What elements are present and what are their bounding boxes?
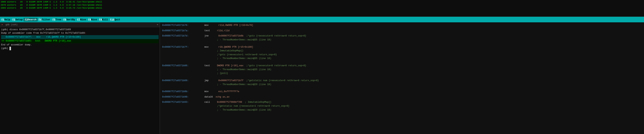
menu-item-nice-minus[interactable]: F8Nice	[87, 18, 98, 21]
asm-comment: ; ImmutableOopMap{}	[244, 100, 272, 104]
asm-operands: 0x00007f27a0371b8b	[214, 34, 244, 38]
asm-line-b89: 0x00007f27a0371b89: jmp 0x00007f27a0371b…	[162, 79, 642, 83]
menu-item-filter[interactable]: F4Filter	[38, 18, 51, 21]
gdb-line-5: End of assembler dump.	[1, 43, 158, 47]
menu-bar: F1Help F2Setup F3Search F4Filter F5Tree …	[0, 17, 644, 22]
gdb-line-3: 0x00007f27a0371b7f: mov r10,QWORD PTR [r…	[1, 35, 158, 39]
menu-item-help[interactable]: F1Help	[0, 18, 11, 21]
asm-operands: r11d,DWORD PTR [r10+0x70]	[214, 24, 253, 27]
asm-block-b86: 0x00007f27a0371b86: test DWORD PTR [r10]…	[162, 64, 642, 75]
line-ref: line 18	[260, 57, 270, 60]
asm-indent-poll: ; {poll}	[162, 71, 642, 75]
asm-comment: ;*getstatic num {reexecute=0 rethrow=0 r…	[245, 79, 319, 83]
asm-block-b93: 0x00007f27a0371b93: call 0x00007f27988bf…	[162, 100, 642, 112]
asm-line-b7f: 0x00007f27a0371b7f: mov r10,QWORD PTR [r…	[162, 45, 642, 49]
line-ref: line 18	[260, 83, 270, 86]
asm-operands: xchg ax,ax	[214, 95, 230, 99]
asm-mnemonic: call	[203, 100, 214, 104]
asm-indent: ; - ThreadNumberDemo::main@35 (line 18)	[162, 38, 642, 42]
proc-line-1: 2000 winters 20 0 6328M 387M 146M S 1.3 …	[1, 0, 643, 4]
gdb-line-6: (gdb)	[1, 47, 158, 50]
asm-operands: 0x00007f27a0371b7f	[214, 79, 244, 83]
asm-mnemonic: mov	[203, 24, 214, 27]
asm-block-b76: 0x00007f27a0371b76: mov r11d,DWORD PTR […	[162, 24, 642, 27]
process-list: 2000 winters 20 0 6328M 387M 146M S 1.3 …	[0, 0, 644, 17]
menu-item-search[interactable]: F3Search	[24, 18, 37, 21]
spacer	[162, 77, 642, 79]
asm-addr: 0x00007f27a0371b76:	[162, 24, 203, 27]
menu-item-kill[interactable]: F9Kill	[98, 18, 109, 21]
asm-line-b7a: 0x00007f27a0371b7a: test r11d,r11d	[162, 29, 642, 33]
asm-addr: 0x00007f27a0371b7d:	[162, 34, 203, 38]
asm-addr: 0x00007f27a0371b93:	[162, 100, 203, 104]
spacer	[162, 88, 642, 90]
asm-indent-thread3: ; - ThreadNumberDemo::main@29 (line 18)	[162, 83, 642, 87]
asm-mnemonic: test	[203, 64, 214, 68]
close-icon[interactable]: ✕	[2, 24, 3, 26]
asm-indent-thread4: ; - ThreadNumberDemo::main@29 (line 18)	[162, 108, 642, 112]
asm-indent-goto: ;*goto {reexecute=1 rethrow=0 return_oop…	[162, 53, 642, 57]
line-ref: line 18	[260, 109, 270, 111]
asm-mnemonic: jne	[203, 34, 214, 38]
gdb-title-text: gdb (ssh)	[6, 24, 18, 26]
gdb-line-1: (gdb) disass 0x00007f27a0371b7f,0x00007f…	[1, 28, 158, 32]
asm-comment: ;*goto {reexecute=0 rethrow=0 return_oop…	[245, 34, 306, 38]
asm-mnemonic: mov	[203, 90, 214, 94]
proc-line-2: 2070 winters 20 0 6328M 387M 146M S 1.3 …	[1, 4, 643, 7]
asm-mnemonic: mov	[203, 45, 214, 49]
asm-line-b76: 0x00007f27a0371b76: mov r11d,DWORD PTR […	[162, 24, 642, 27]
asm-block-b7f: 0x00007f27a0371b7f: mov r10,QWORD PTR [r…	[162, 45, 642, 61]
asm-line-b8b: 0x00007f27a0371b8b: mov esi,0xfffffff7e	[162, 90, 642, 94]
asm-line-b7d: 0x00007f27a0371b7d: jne 0x00007f27a0371b…	[162, 34, 642, 38]
gdb-line-4: => 0x00007f27a0371b85: test DWORD PTR [r…	[1, 39, 158, 43]
gdb-title-bar: ✕ gdb (ssh) ⊙	[0, 22, 160, 27]
asm-addr: 0x00007f27a0371b89:	[162, 79, 203, 83]
asm-block-b89: 0x00007f27a0371b89: jmp 0x00007f27a0371b…	[162, 79, 642, 86]
asm-operands: r11d,r11d	[214, 29, 230, 33]
asm-block-b7a: 0x00007f27a0371b7a: test r11d,r11d	[162, 29, 642, 33]
asm-line-b93: 0x00007f27a0371b93: call 0x00007f27988bf…	[162, 100, 642, 104]
menu-item-setup[interactable]: F2Setup	[11, 18, 24, 21]
gdb-panel: ✕ gdb (ssh) ⊙ (gdb) disass 0x00007f27a03…	[0, 22, 160, 134]
asm-block-b8b: 0x00007f27a0371b8b: mov esi,0xfffffff7e	[162, 90, 642, 94]
asm-addr: 0x00007f27a0371b7a:	[162, 29, 203, 33]
asm-operands: DWORD PTR [r10],eax	[214, 64, 244, 68]
asm-addr: 0x00007f27a0371b90:	[162, 95, 203, 99]
spacer	[162, 62, 642, 64]
menu-item-sortby[interactable]: F6SortBy	[62, 18, 76, 21]
spacer	[162, 43, 642, 45]
proc-line-3: 2065 winters 20 0 6328M 387M 146M S 1.3 …	[1, 7, 643, 10]
main-content: ✕ gdb (ssh) ⊙ (gdb) disass 0x00007f27a03…	[0, 22, 644, 134]
asm-addr: 0x00007f27a0371b7f:	[162, 45, 203, 49]
asm-comment: ;*goto {reexecute=0 rethrow=0 return_oop…	[245, 64, 306, 68]
asm-mnemonic: jmp	[203, 79, 214, 83]
asm-indent-thread2: ; - ThreadNumberDemo::main@35 (line 18)	[162, 68, 642, 72]
asm-addr: 0x00007f27a0371b86:	[162, 64, 203, 68]
gdb-close-button[interactable]: ⊙	[157, 23, 158, 26]
asm-indent-immutable: ; ImmutableOopMap{}	[162, 49, 642, 53]
asm-mnemonic: data16	[203, 95, 214, 99]
gdb-output: (gdb) disass 0x00007f27a0371b7f,0x00007f…	[0, 27, 160, 134]
asm-block-b90: 0x00007f27a0371b90: data16 xchg ax,ax	[162, 95, 642, 99]
asm-addr: 0x00007f27a0371b8b:	[162, 90, 203, 94]
asm-block-b7d: 0x00007f27a0371b7d: jne 0x00007f27a0371b…	[162, 34, 642, 42]
asm-line-b86: 0x00007f27a0371b86: test DWORD PTR [r10]…	[162, 64, 642, 68]
asm-operands: esi,0xfffffff7e	[214, 90, 239, 94]
asm-indent-thread: ; - ThreadNumberDemo::main@35 (line 18)	[162, 57, 642, 60]
asm-mnemonic: test	[203, 29, 214, 33]
asm-operands: 0x00007f27988bf700	[214, 100, 242, 104]
gdb-line-2: Dump of assembler code from 0x7f27a0371b…	[1, 32, 158, 35]
line-ref: line 18	[260, 39, 270, 41]
disassembly-panel[interactable]: 0x00007f27a0371b76: mov r11d,DWORD PTR […	[160, 22, 644, 134]
line-ref: line 18	[260, 68, 270, 71]
menu-item-tree[interactable]: F5Tree	[51, 18, 62, 21]
menu-item-nice-plus[interactable]: F7Nice	[76, 18, 87, 21]
gdb-title: ✕ gdb (ssh)	[2, 23, 18, 26]
asm-indent-getstatic: ;*getstatic num {reexecute=1 rethrow=0 r…	[162, 104, 642, 108]
menu-item-quit[interactable]: F10Quit	[109, 18, 122, 21]
asm-operands: r10,QWORD PTR [r15+0x108]	[214, 45, 253, 49]
asm-line-b90: 0x00007f27a0371b90: data16 xchg ax,ax	[162, 95, 642, 99]
